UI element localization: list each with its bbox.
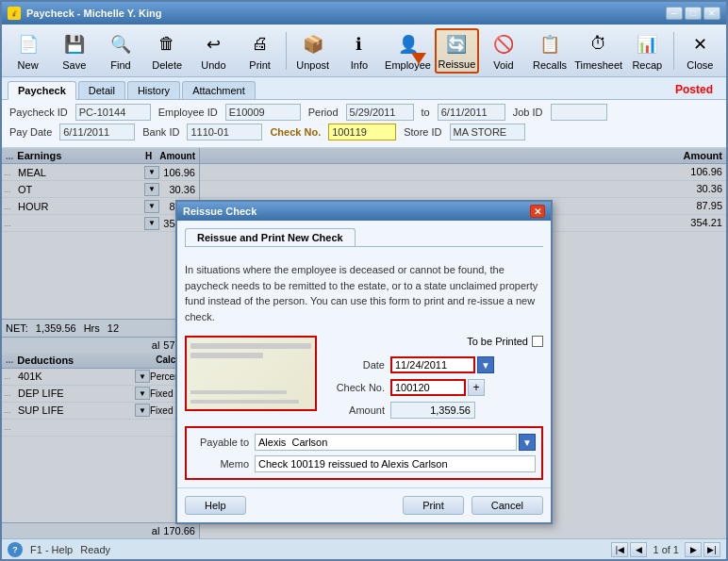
recap-button[interactable]: 📊 Recap [625,28,670,74]
date-label: Date [328,359,385,371]
toolbar-separator-2 [673,32,674,70]
check-line-1 [190,343,311,349]
period-label: Period [308,107,339,118]
close-icon: ✕ [687,31,713,58]
recap-icon: 📊 [634,31,660,58]
date-input[interactable] [390,356,475,373]
page-info: 1 of 1 [649,544,683,555]
date-dropdown-button[interactable]: ▼ [477,356,494,373]
unpost-icon: 📦 [300,31,326,58]
find-button[interactable]: 🔍 Find [98,28,142,74]
new-label: New [18,59,39,71]
nav-next-button[interactable]: ▶ [685,542,702,557]
modal-title-bar: Reissue Check ✕ [177,202,551,221]
tab-history[interactable]: History [127,81,180,99]
reissue-button[interactable]: 🔄 Reissue [435,28,480,74]
form-area: Paycheck ID Employee ID Period to Job ID… [2,100,726,148]
employee-id-input[interactable] [225,104,301,121]
check-line-4 [190,400,299,404]
timesheet-button[interactable]: ⏱ Timesheet [574,28,623,74]
modal-cancel-button[interactable]: Cancel [472,496,543,515]
nav-last-button[interactable]: ▶| [703,542,720,557]
modal-tab-bar: Reissue and Print New Check [185,228,543,247]
form-row-1: Paycheck ID Employee ID Period to Job ID [9,104,719,121]
job-id-input[interactable] [551,104,607,121]
reissue-icon: 🔄 [443,32,470,57]
store-id-label: Store ID [404,126,441,138]
reissue-label: Reissue [438,58,476,70]
check-no-label: Check No. [270,126,321,138]
close-button[interactable]: ✕ Close [678,28,722,74]
save-button[interactable]: 💾 Save [52,28,96,74]
undo-button[interactable]: ↩ Undo [191,28,236,74]
close-window-button[interactable]: ✕ [703,7,720,20]
recalls-icon: 📋 [537,31,563,58]
recalls-button[interactable]: 📋 Recalls [527,28,571,74]
payable-wrap: ▼ [255,434,536,451]
help-key-text: F1 - Help [30,544,73,555]
modal-overlay: Reissue Check ✕ Reissue and Print New Ch… [2,148,726,538]
memo-input[interactable] [255,455,536,472]
info-icon: ℹ [346,31,372,58]
modal-check-area: To be Printed Date ▼ [185,336,543,419]
job-id-label: Job ID [513,107,543,118]
amount-label: Amount [328,404,385,416]
nav-prev-button[interactable]: ◀ [630,542,647,557]
unpost-button[interactable]: 📦 Unpost [290,28,335,74]
bank-id-label: Bank ID [142,126,179,138]
to-be-printed-area: To be Printed [328,336,543,347]
ready-text: Ready [80,544,110,555]
app-icon: 💰 [8,7,21,20]
reissue-modal: Reissue Check ✕ Reissue and Print New Ch… [175,200,553,524]
modal-print-button[interactable]: Print [403,496,464,515]
period-to-input[interactable] [438,104,505,121]
info-button[interactable]: ℹ Info [337,28,381,74]
employee-button[interactable]: 👤 Employee [384,28,433,74]
undo-icon: ↩ [200,31,226,58]
to-be-printed-checkbox[interactable] [532,336,543,347]
void-button[interactable]: 🚫 Void [481,28,525,74]
payable-to-input[interactable] [255,434,517,451]
minimize-button[interactable]: ─ [666,7,683,20]
tab-paycheck[interactable]: Paycheck [8,81,76,100]
checkno-label: Check No. [328,382,385,393]
new-icon: 📄 [15,31,41,58]
pay-date-label: Pay Date [9,126,52,138]
title-bar: 💰 Paycheck - Michelle Y. King ─ □ ✕ [2,2,726,25]
delete-button[interactable]: 🗑 Delete [145,28,190,74]
store-id-input[interactable] [450,124,525,140]
check-fields: To be Printed Date ▼ [328,336,543,419]
payable-dropdown-button[interactable]: ▼ [519,434,536,451]
maximize-button[interactable]: □ [685,7,702,20]
check-inner [187,338,315,409]
bank-id-input[interactable] [187,124,262,140]
check-line-2 [190,353,263,358]
modal-tab-reissue[interactable]: Reissue and Print New Check [185,228,356,246]
employee-id-label: Employee ID [158,107,218,118]
pay-date-input[interactable] [59,124,135,140]
help-button[interactable]: Help [185,496,246,515]
void-label: Void [493,59,513,71]
check-spacer [190,360,311,388]
print-icon: 🖨 [247,31,273,58]
nav-first-button[interactable]: |◀ [611,542,628,557]
paycheck-id-input[interactable] [75,104,151,121]
amount-input [390,402,475,419]
tab-attachment[interactable]: Attachment [182,81,256,99]
print-button[interactable]: 🖨 Print [238,28,282,74]
paycheck-id-label: Paycheck ID [9,107,68,118]
help-icon: ? [8,542,23,557]
date-input-wrap: ▼ [390,356,494,373]
checkno-plus-button[interactable]: + [468,379,485,396]
period-from-input[interactable] [346,104,414,121]
check-no-input[interactable] [328,124,396,140]
check-line-3 [190,390,287,394]
delete-icon: 🗑 [154,31,180,58]
tab-detail[interactable]: Detail [78,81,125,99]
payable-section: Payable to ▼ Memo [185,426,543,480]
checkno-input[interactable] [390,379,466,396]
period-to-label: to [422,107,430,118]
modal-close-button[interactable]: ✕ [530,205,545,218]
content-area: ... Earnings H Amount ... MEAL ▼ 106.96 … [2,148,726,538]
new-button[interactable]: 📄 New [6,28,50,74]
